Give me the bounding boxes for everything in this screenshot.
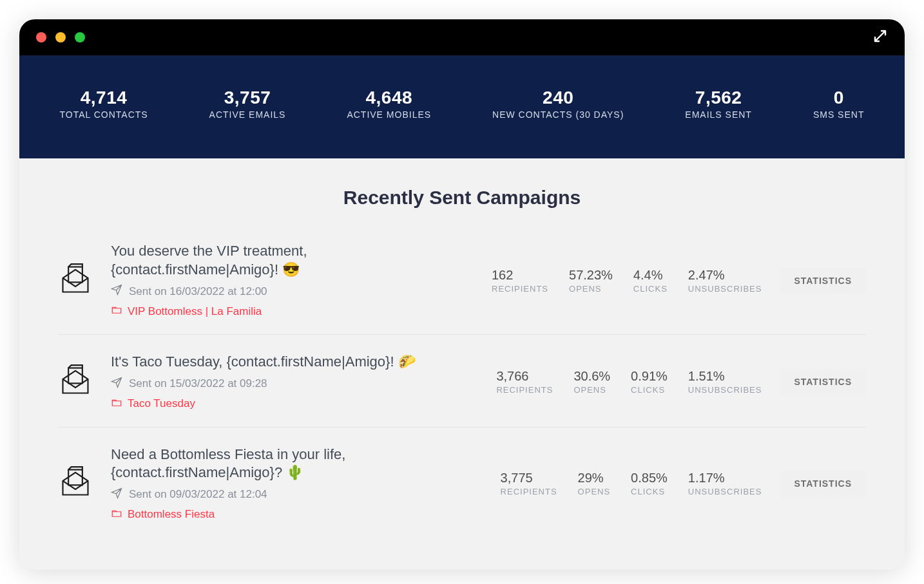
- metric-recipients: 3,766 RECIPIENTS: [496, 369, 553, 395]
- metric-value: 0.91%: [631, 369, 668, 384]
- envelope-icon: [58, 466, 93, 502]
- campaign-subject: You deserve the VIP treatment, {contact.…: [111, 242, 472, 279]
- stat-label: TOTAL CONTACTS: [59, 109, 148, 120]
- stat-value: 0: [813, 88, 865, 108]
- metric-label: RECIPIENTS: [492, 284, 548, 294]
- stat-value: 4,714: [59, 88, 148, 108]
- metric-value: 29%: [578, 471, 611, 485]
- content-area: Recently Sent Campaigns You deserve the …: [19, 158, 905, 570]
- stat-label: ACTIVE EMAILS: [209, 109, 286, 120]
- campaign-info: It's Taco Tuesday, {contact.firstName|Am…: [111, 353, 478, 411]
- metric-value: 57.23%: [569, 268, 613, 283]
- campaign-info: Need a Bottomless Fiesta in your life, {…: [111, 446, 483, 522]
- metric-opens: 57.23% OPENS: [569, 268, 613, 294]
- stat-value: 240: [492, 88, 624, 108]
- metric-recipients: 3,775 RECIPIENTS: [501, 471, 557, 496]
- metric-value: 1.51%: [688, 369, 762, 384]
- metric-value: 0.85%: [631, 471, 668, 485]
- campaign-metrics: 162 RECIPIENTS 57.23% OPENS 4.4% CLICKS …: [492, 268, 762, 294]
- app-window: 4,714 TOTAL CONTACTS 3,757 ACTIVE EMAILS…: [19, 19, 905, 570]
- folder-icon: [111, 304, 122, 319]
- stat-new-contacts: 240 NEW CONTACTS (30 DAYS): [492, 88, 624, 120]
- campaign-sent-time: Sent on 15/03/2022 at 09:28: [111, 377, 478, 391]
- campaign-info: You deserve the VIP treatment, {contact.…: [111, 242, 474, 319]
- stat-value: 4,648: [347, 88, 431, 108]
- campaign-subject: Need a Bottomless Fiesta in your life, {…: [111, 446, 472, 482]
- folder-icon: [111, 507, 122, 522]
- metric-label: UNSUBSCRIBES: [688, 385, 762, 395]
- metric-label: OPENS: [569, 284, 613, 294]
- metric-value: 4.4%: [633, 268, 668, 283]
- campaign-row: You deserve the VIP treatment, {contact.…: [58, 224, 866, 335]
- statistics-button[interactable]: STATISTICS: [780, 471, 866, 496]
- metric-value: 30.6%: [573, 369, 610, 384]
- stats-band: 4,714 TOTAL CONTACTS 3,757 ACTIVE EMAILS…: [19, 55, 905, 158]
- maximize-window-button[interactable]: [75, 32, 85, 42]
- paper-plane-icon: [111, 284, 122, 299]
- stat-value: 3,757: [209, 88, 286, 108]
- metric-clicks: 4.4% CLICKS: [633, 268, 668, 294]
- metric-label: OPENS: [573, 385, 610, 395]
- campaign-tag[interactable]: Bottomless Fiesta: [111, 507, 483, 522]
- stat-label: NEW CONTACTS (30 DAYS): [492, 109, 624, 120]
- campaign-tag[interactable]: Taco Tuesday: [111, 397, 478, 411]
- sent-text: Sent on 09/03/2022 at 12:04: [129, 488, 267, 501]
- stat-emails-sent: 7,562 EMAILS SENT: [685, 88, 752, 120]
- metric-clicks: 0.91% CLICKS: [631, 369, 668, 395]
- metric-label: RECIPIENTS: [496, 385, 553, 395]
- statistics-button[interactable]: STATISTICS: [780, 369, 866, 395]
- stat-label: ACTIVE MOBILES: [347, 109, 431, 120]
- metric-value: 2.47%: [688, 268, 762, 283]
- sent-text: Sent on 15/03/2022 at 09:28: [129, 377, 267, 390]
- metric-label: CLICKS: [633, 284, 668, 294]
- metric-unsubscribes: 1.51% UNSUBSCRIBES: [688, 369, 762, 395]
- stat-active-emails: 3,757 ACTIVE EMAILS: [209, 88, 286, 120]
- stat-label: EMAILS SENT: [685, 109, 752, 120]
- metric-opens: 30.6% OPENS: [573, 369, 610, 395]
- metric-value: 162: [492, 268, 548, 283]
- campaign-metrics: 3,766 RECIPIENTS 30.6% OPENS 0.91% CLICK…: [496, 369, 762, 395]
- traffic-lights: [36, 32, 85, 42]
- metric-value: 3,775: [501, 471, 557, 485]
- metric-label: CLICKS: [631, 385, 668, 395]
- section-title: Recently Sent Campaigns: [58, 187, 866, 209]
- campaign-row: It's Taco Tuesday, {contact.firstName|Am…: [58, 335, 866, 428]
- paper-plane-icon: [111, 487, 122, 502]
- campaign-metrics: 3,775 RECIPIENTS 29% OPENS 0.85% CLICKS …: [501, 471, 762, 496]
- metric-recipients: 162 RECIPIENTS: [492, 268, 548, 294]
- metric-label: CLICKS: [631, 487, 668, 496]
- tag-text: Taco Tuesday: [128, 397, 195, 410]
- sent-text: Sent on 16/03/2022 at 12:00: [129, 285, 267, 298]
- campaign-sent-time: Sent on 16/03/2022 at 12:00: [111, 284, 474, 299]
- stat-value: 7,562: [685, 88, 752, 108]
- campaign-tag[interactable]: VIP Bottomless | La Familia: [111, 304, 474, 319]
- metric-value: 1.17%: [688, 471, 762, 485]
- titlebar: [19, 19, 905, 55]
- envelope-icon: [58, 263, 93, 299]
- stat-active-mobiles: 4,648 ACTIVE MOBILES: [347, 88, 431, 120]
- campaign-sent-time: Sent on 09/03/2022 at 12:04: [111, 487, 483, 502]
- metric-unsubscribes: 1.17% UNSUBSCRIBES: [688, 471, 762, 496]
- metric-label: UNSUBSCRIBES: [688, 487, 762, 496]
- stat-total-contacts: 4,714 TOTAL CONTACTS: [59, 88, 148, 120]
- metric-label: OPENS: [578, 487, 611, 496]
- minimize-window-button[interactable]: [55, 32, 66, 42]
- metric-clicks: 0.85% CLICKS: [631, 471, 668, 496]
- tag-text: Bottomless Fiesta: [128, 508, 215, 521]
- statistics-button[interactable]: STATISTICS: [780, 268, 866, 294]
- metric-opens: 29% OPENS: [578, 471, 611, 496]
- paper-plane-icon: [111, 377, 122, 391]
- stat-sms-sent: 0 SMS SENT: [813, 88, 865, 120]
- expand-icon[interactable]: [872, 28, 888, 46]
- close-window-button[interactable]: [36, 32, 46, 42]
- tag-text: VIP Bottomless | La Familia: [128, 305, 262, 318]
- folder-icon: [111, 397, 122, 411]
- metric-value: 3,766: [496, 369, 553, 384]
- campaign-subject: It's Taco Tuesday, {contact.firstName|Am…: [111, 353, 472, 372]
- metric-label: UNSUBSCRIBES: [688, 284, 762, 294]
- metric-unsubscribes: 2.47% UNSUBSCRIBES: [688, 268, 762, 294]
- envelope-icon: [58, 364, 93, 400]
- campaign-row: Need a Bottomless Fiesta in your life, {…: [58, 428, 866, 538]
- stat-label: SMS SENT: [813, 109, 865, 120]
- metric-label: RECIPIENTS: [501, 487, 557, 496]
